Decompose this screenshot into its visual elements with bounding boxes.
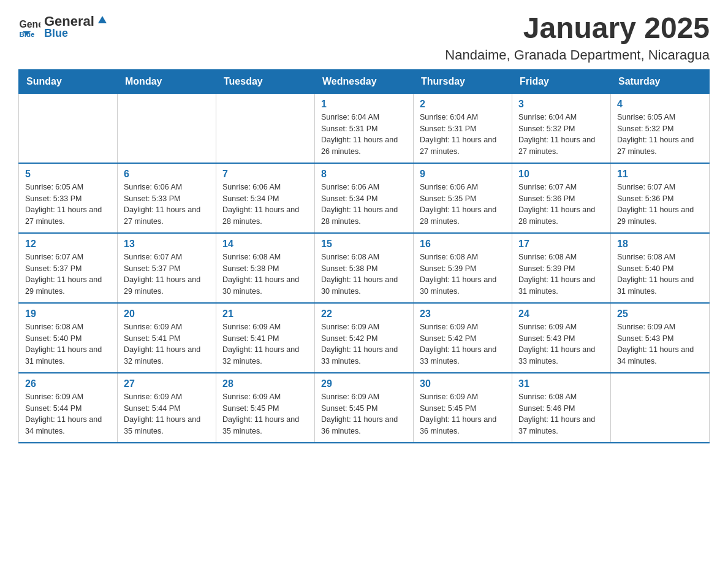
day-number: 29: [321, 378, 407, 389]
main-title: January 2025: [445, 12, 710, 45]
day-number: 22: [321, 308, 407, 320]
day-info: Sunrise: 6:05 AMSunset: 5:33 PMDaylight:…: [25, 182, 111, 228]
header-friday: Friday: [512, 69, 611, 93]
day-number: 9: [420, 169, 506, 180]
day-info: Sunrise: 6:07 AMSunset: 5:36 PMDaylight:…: [518, 182, 604, 228]
day-info: Sunrise: 6:04 AMSunset: 5:31 PMDaylight:…: [420, 112, 506, 158]
day-number: 15: [321, 239, 407, 250]
day-info: Sunrise: 6:08 AMSunset: 5:40 PMDaylight:…: [617, 251, 703, 297]
day-number: 8: [321, 169, 407, 180]
subtitle: Nandaime, Granada Department, Nicaragua: [445, 47, 710, 63]
svg-text:General: General: [19, 19, 40, 29]
day-info: Sunrise: 6:07 AMSunset: 5:37 PMDaylight:…: [25, 251, 111, 297]
calendar-cell: 23Sunrise: 6:09 AMSunset: 5:42 PMDayligh…: [414, 303, 512, 373]
calendar-cell: 21Sunrise: 6:09 AMSunset: 5:41 PMDayligh…: [216, 303, 315, 373]
calendar-cell: 14Sunrise: 6:08 AMSunset: 5:38 PMDayligh…: [216, 233, 315, 303]
day-number: 10: [518, 169, 604, 180]
day-info: Sunrise: 6:09 AMSunset: 5:43 PMDaylight:…: [518, 321, 604, 367]
day-number: 18: [617, 239, 703, 250]
calendar-cell: 12Sunrise: 6:07 AMSunset: 5:37 PMDayligh…: [19, 233, 118, 303]
calendar-cell: [216, 93, 315, 163]
calendar-cell: 31Sunrise: 6:08 AMSunset: 5:46 PMDayligh…: [512, 373, 611, 443]
day-number: 31: [518, 378, 604, 389]
day-info: Sunrise: 6:09 AMSunset: 5:42 PMDaylight:…: [420, 321, 506, 367]
logo: General Blue General Blue: [18, 12, 110, 40]
week-row-4: 19Sunrise: 6:08 AMSunset: 5:40 PMDayligh…: [19, 303, 710, 373]
calendar-cell: 4Sunrise: 6:05 AMSunset: 5:32 PMDaylight…: [611, 93, 710, 163]
header-saturday: Saturday: [611, 69, 710, 93]
day-info: Sunrise: 6:04 AMSunset: 5:32 PMDaylight:…: [518, 112, 604, 158]
calendar-cell: 28Sunrise: 6:09 AMSunset: 5:45 PMDayligh…: [216, 373, 315, 443]
day-info: Sunrise: 6:09 AMSunset: 5:42 PMDaylight:…: [321, 321, 407, 367]
header-sunday: Sunday: [19, 69, 118, 93]
week-row-1: 1Sunrise: 6:04 AMSunset: 5:31 PMDaylight…: [19, 93, 710, 163]
calendar-cell: 3Sunrise: 6:04 AMSunset: 5:32 PMDaylight…: [512, 93, 611, 163]
calendar-cell: 7Sunrise: 6:06 AMSunset: 5:34 PMDaylight…: [216, 163, 315, 233]
day-info: Sunrise: 6:08 AMSunset: 5:39 PMDaylight:…: [420, 251, 506, 297]
day-info: Sunrise: 6:09 AMSunset: 5:45 PMDaylight:…: [321, 391, 407, 437]
calendar-cell: 22Sunrise: 6:09 AMSunset: 5:42 PMDayligh…: [315, 303, 414, 373]
day-info: Sunrise: 6:06 AMSunset: 5:33 PMDaylight:…: [124, 182, 210, 228]
calendar-cell: 10Sunrise: 6:07 AMSunset: 5:36 PMDayligh…: [512, 163, 611, 233]
day-info: Sunrise: 6:08 AMSunset: 5:46 PMDaylight:…: [518, 391, 604, 437]
day-info: Sunrise: 6:09 AMSunset: 5:45 PMDaylight:…: [222, 391, 308, 437]
calendar-table: SundayMondayTuesdayWednesdayThursdayFrid…: [18, 69, 710, 443]
day-info: Sunrise: 6:09 AMSunset: 5:43 PMDaylight:…: [617, 321, 703, 367]
day-number: 4: [617, 99, 703, 110]
calendar-cell: 15Sunrise: 6:08 AMSunset: 5:38 PMDayligh…: [315, 233, 414, 303]
day-number: 16: [420, 239, 506, 250]
day-info: Sunrise: 6:07 AMSunset: 5:36 PMDaylight:…: [617, 182, 703, 228]
day-info: Sunrise: 6:09 AMSunset: 5:44 PMDaylight:…: [25, 391, 111, 437]
header-thursday: Thursday: [414, 69, 512, 93]
day-number: 12: [25, 239, 111, 250]
calendar-cell: 30Sunrise: 6:09 AMSunset: 5:45 PMDayligh…: [414, 373, 512, 443]
calendar-cell: 16Sunrise: 6:08 AMSunset: 5:39 PMDayligh…: [414, 233, 512, 303]
header-tuesday: Tuesday: [216, 69, 315, 93]
header-wednesday: Wednesday: [315, 69, 414, 93]
day-number: 21: [222, 308, 308, 320]
day-number: 19: [25, 308, 111, 320]
calendar-cell: 1Sunrise: 6:04 AMSunset: 5:31 PMDaylight…: [315, 93, 414, 163]
day-info: Sunrise: 6:04 AMSunset: 5:31 PMDaylight:…: [321, 112, 407, 158]
calendar-cell: 26Sunrise: 6:09 AMSunset: 5:44 PMDayligh…: [19, 373, 118, 443]
calendar-body: 1Sunrise: 6:04 AMSunset: 5:31 PMDaylight…: [19, 93, 710, 443]
day-number: 6: [124, 169, 210, 180]
calendar-cell: 8Sunrise: 6:06 AMSunset: 5:34 PMDaylight…: [315, 163, 414, 233]
header-monday: Monday: [118, 69, 216, 93]
day-info: Sunrise: 6:08 AMSunset: 5:39 PMDaylight:…: [518, 251, 604, 297]
title-block: January 2025 Nandaime, Granada Departmen…: [445, 12, 710, 63]
day-number: 3: [518, 99, 604, 110]
week-row-2: 5Sunrise: 6:05 AMSunset: 5:33 PMDaylight…: [19, 163, 710, 233]
calendar-cell: 5Sunrise: 6:05 AMSunset: 5:33 PMDaylight…: [19, 163, 118, 233]
calendar-cell: [19, 93, 118, 163]
day-number: 5: [25, 169, 111, 180]
calendar-cell: 13Sunrise: 6:07 AMSunset: 5:37 PMDayligh…: [118, 233, 216, 303]
calendar-cell: 25Sunrise: 6:09 AMSunset: 5:43 PMDayligh…: [611, 303, 710, 373]
day-info: Sunrise: 6:06 AMSunset: 5:34 PMDaylight:…: [321, 182, 407, 228]
calendar-cell: 27Sunrise: 6:09 AMSunset: 5:44 PMDayligh…: [118, 373, 216, 443]
day-info: Sunrise: 6:06 AMSunset: 5:34 PMDaylight:…: [222, 182, 308, 228]
week-row-3: 12Sunrise: 6:07 AMSunset: 5:37 PMDayligh…: [19, 233, 710, 303]
day-info: Sunrise: 6:09 AMSunset: 5:45 PMDaylight:…: [420, 391, 506, 437]
calendar-cell: 6Sunrise: 6:06 AMSunset: 5:33 PMDaylight…: [118, 163, 216, 233]
day-info: Sunrise: 6:09 AMSunset: 5:44 PMDaylight:…: [124, 391, 210, 437]
calendar-cell: 29Sunrise: 6:09 AMSunset: 5:45 PMDayligh…: [315, 373, 414, 443]
calendar-cell: 24Sunrise: 6:09 AMSunset: 5:43 PMDayligh…: [512, 303, 611, 373]
calendar-cell: 11Sunrise: 6:07 AMSunset: 5:36 PMDayligh…: [611, 163, 710, 233]
day-info: Sunrise: 6:05 AMSunset: 5:32 PMDaylight:…: [617, 112, 703, 158]
calendar-cell: [118, 93, 216, 163]
week-row-5: 26Sunrise: 6:09 AMSunset: 5:44 PMDayligh…: [19, 373, 710, 443]
svg-marker-3: [98, 16, 107, 23]
calendar-cell: [611, 373, 710, 443]
day-info: Sunrise: 6:06 AMSunset: 5:35 PMDaylight:…: [420, 182, 506, 228]
day-info: Sunrise: 6:08 AMSunset: 5:38 PMDaylight:…: [321, 251, 407, 297]
day-info: Sunrise: 6:09 AMSunset: 5:41 PMDaylight:…: [124, 321, 210, 367]
day-number: 17: [518, 239, 604, 250]
day-number: 11: [617, 169, 703, 180]
day-number: 25: [617, 308, 703, 320]
calendar-header: SundayMondayTuesdayWednesdayThursdayFrid…: [19, 69, 710, 93]
day-info: Sunrise: 6:08 AMSunset: 5:40 PMDaylight:…: [25, 321, 111, 367]
calendar-cell: 19Sunrise: 6:08 AMSunset: 5:40 PMDayligh…: [19, 303, 118, 373]
page-header: General Blue General Blue January 2025 N…: [18, 12, 710, 63]
calendar-cell: 2Sunrise: 6:04 AMSunset: 5:31 PMDaylight…: [414, 93, 512, 163]
